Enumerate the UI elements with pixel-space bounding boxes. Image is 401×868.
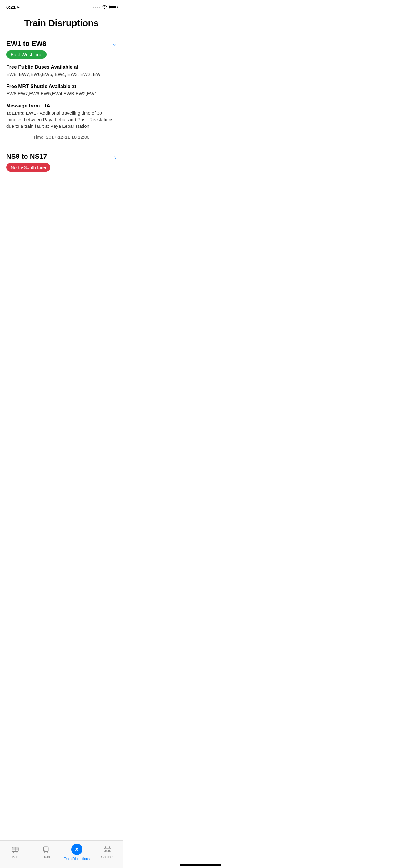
free-buses-title: Free Public Buses Available at (6, 64, 116, 70)
lta-message-block: Message from LTA 1811hrs: EWL - Addition… (6, 103, 116, 129)
ew-timestamp: Time: 2017-12-11 18:12:06 (6, 134, 116, 140)
lta-message-text: 1811hrs: EWL - Additional travelling tim… (6, 110, 116, 129)
ew-chevron-down-icon[interactable]: ⌄ (112, 40, 116, 47)
free-buses-block: Free Public Buses Available at EW8, EW7,… (6, 64, 116, 78)
free-buses-text: EW8, EW7,EW6,EW5, EW4, EW3, EW2, EWI (6, 71, 116, 78)
ns-line-badge: North-South Line (6, 163, 50, 172)
free-shuttle-block: Free MRT Shuttle Available at EW8,EW7,EW… (6, 84, 116, 97)
location-icon: ► (17, 5, 21, 9)
lta-message-title: Message from LTA (6, 103, 116, 109)
free-shuttle-title: Free MRT Shuttle Available at (6, 84, 116, 89)
ns-chevron-right-icon[interactable]: › (114, 153, 116, 161)
ns-disruption-section: NS9 to NS17 North-South Line › (0, 148, 123, 182)
status-left: 6:21 ► (6, 4, 21, 10)
status-time: 6:21 (6, 4, 15, 10)
page-title: Train Disruptions (0, 12, 123, 35)
status-right (93, 5, 116, 10)
ns-section-title: NS9 to NS17 (6, 153, 50, 161)
ns-section-header[interactable]: NS9 to NS17 North-South Line › (6, 153, 116, 177)
ns-section-title-area: NS9 to NS17 North-South Line (6, 153, 50, 177)
ew-content: Free Public Buses Available at EW8, EW7,… (6, 64, 116, 140)
empty-content-area (0, 183, 123, 276)
status-bar: 6:21 ► (0, 0, 123, 12)
ew-line-badge: East-West Line (6, 50, 46, 59)
ew-disruption-section: EW1 to EW8 East-West Line ⌄ Free Public … (0, 35, 123, 147)
signal-dots (93, 6, 100, 8)
free-shuttle-text: EW8,EW7,EW6,EW5,EW4,EWB,EW2,EW1 (6, 90, 116, 97)
ew-section-title: EW1 to EW8 (6, 40, 46, 48)
ew-section-title-area: EW1 to EW8 East-West Line (6, 40, 46, 64)
wifi-icon (102, 5, 107, 10)
ew-section-header[interactable]: EW1 to EW8 East-West Line ⌄ (6, 40, 116, 64)
battery-icon (109, 5, 116, 9)
